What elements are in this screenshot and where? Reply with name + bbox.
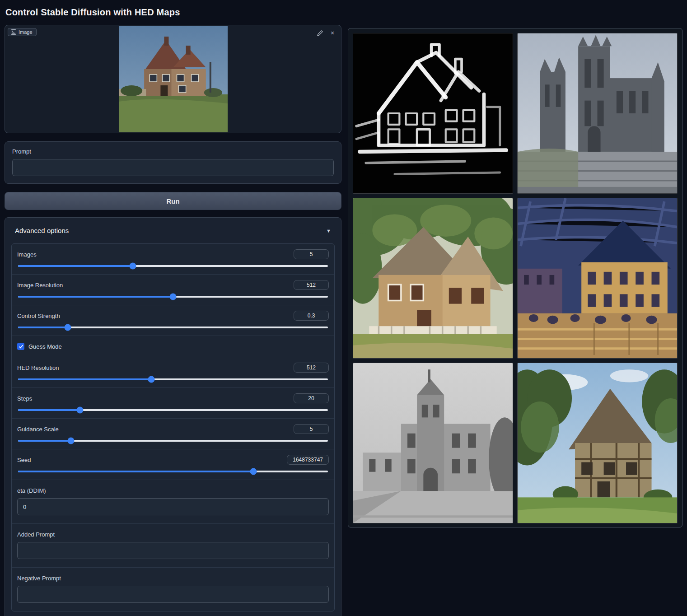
negative-prompt-row: Negative Prompt [12,567,334,611]
clear-image-button[interactable]: × [327,28,337,38]
slider-handle[interactable] [148,376,154,383]
images-slider-row: Images 5 [12,244,334,274]
images-label: Images [17,251,37,258]
prompt-input[interactable] [12,159,334,176]
images-value-input[interactable]: 5 [294,249,329,259]
left-column: Control Stable Diffusion with HED Maps I… [5,5,341,611]
guidance-scale-value-input[interactable]: 5 [294,424,329,434]
page-title: Control Stable Diffusion with HED Maps [5,7,341,18]
output-gallery [348,28,682,527]
prompt-label: Prompt [12,148,334,155]
right-column [348,28,682,611]
control-strength-slider[interactable] [18,327,328,328]
guess-mode-label: Guess Mode [28,343,62,350]
slider-handle[interactable] [77,407,84,414]
slider-fill [18,296,173,298]
advanced-options-accordion[interactable]: Advanced options ▼ [11,224,335,237]
slider-fill [18,378,151,380]
advanced-options-form: Images 5 Image Resolution 512 [11,243,335,611]
guess-mode-checkbox[interactable] [17,343,24,350]
negative-prompt-input[interactable] [17,586,329,603]
gallery-item-stylized-rainy-building[interactable] [517,198,678,359]
image-icon [11,29,16,35]
slider-fill [18,265,133,267]
edit-image-button[interactable] [315,28,325,38]
gallery-item-stone-cathedral[interactable] [517,33,678,194]
uploaded-image [119,26,228,132]
steps-slider[interactable] [18,409,328,411]
seed-slider[interactable] [18,471,328,472]
seed-slider-row: Seed 1648733747 [12,449,334,480]
added-prompt-row: Added Prompt [12,523,334,567]
image-resolution-slider[interactable] [18,296,328,298]
image-resolution-value-input[interactable]: 512 [294,280,329,290]
images-slider[interactable] [18,265,328,267]
chevron-down-icon: ▼ [326,228,331,233]
slider-fill [18,440,71,442]
image-upload-panel[interactable]: Image × [5,25,341,133]
eta-input[interactable] [17,498,329,515]
steps-value-input[interactable]: 20 [294,393,329,403]
control-strength-label: Control Strength [17,313,60,319]
hed-resolution-label: HED Resolution [17,364,59,371]
guess-mode-row: Guess Mode [12,336,334,357]
slider-fill [18,471,253,472]
image-resolution-slider-row: Image Resolution 512 [12,274,334,305]
hed-resolution-slider[interactable] [18,378,328,380]
added-prompt-input[interactable] [17,542,329,559]
check-icon [19,344,23,349]
app-root: Control Stable Diffusion with HED Maps I… [0,0,687,616]
advanced-options-title: Advanced options [15,227,69,234]
image-label-chip: Image [8,28,37,36]
pencil-icon [317,30,323,36]
gallery-item-wooden-house-painting[interactable] [353,198,513,359]
eta-label: eta (DDIM) [17,487,329,494]
gallery-item-black-and-white-building[interactable] [353,363,513,523]
steps-slider-row: Steps 20 [12,387,334,418]
control-strength-slider-row: Control Strength 0.3 [12,305,334,336]
slider-fill [18,409,80,411]
added-prompt-label: Added Prompt [17,531,329,538]
control-strength-value-input[interactable]: 0.3 [294,311,329,321]
hed-resolution-value-input[interactable]: 512 [294,363,329,373]
image-resolution-label: Image Resolution [17,282,63,289]
hed-resolution-slider-row: HED Resolution 512 [12,357,334,387]
guidance-scale-label: Guidance Scale [17,426,59,433]
slider-fill [18,327,68,328]
guidance-scale-slider[interactable] [18,440,328,442]
steps-label: Steps [17,395,32,402]
gallery-item-hed-edge-map[interactable] [353,33,513,194]
image-label: Image [19,29,33,35]
negative-prompt-label: Negative Prompt [17,575,329,582]
slider-handle[interactable] [250,468,257,475]
run-button[interactable]: Run [5,192,341,210]
gallery-item-country-house[interactable] [517,363,678,523]
slider-handle[interactable] [67,438,74,444]
seed-value-input[interactable]: 1648733747 [287,455,329,465]
slider-handle[interactable] [129,263,136,270]
slider-handle[interactable] [64,324,71,331]
image-actions: × [315,28,337,38]
eta-row: eta (DDIM) [12,480,334,523]
seed-label: Seed [17,457,31,463]
advanced-options-panel: Advanced options ▼ Images 5 [5,217,341,616]
guidance-scale-slider-row: Guidance Scale 5 [12,418,334,449]
slider-handle[interactable] [170,294,177,300]
prompt-panel: Prompt [5,141,341,184]
